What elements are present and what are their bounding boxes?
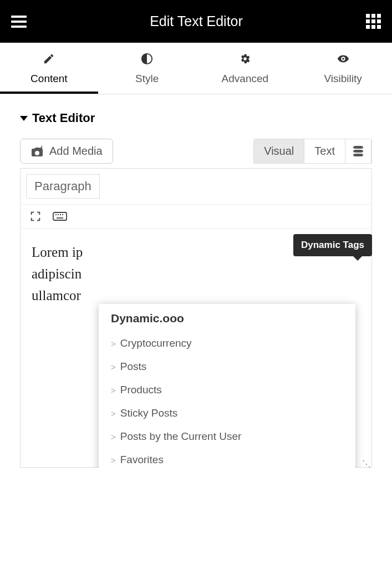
- fullscreen-icon[interactable]: [28, 210, 43, 222]
- add-media-button[interactable]: Add Media: [20, 139, 113, 164]
- add-media-label: Add Media: [49, 145, 103, 158]
- chevron-right-icon: >: [111, 455, 116, 465]
- dropdown-item-label: Sticky Posts: [120, 407, 177, 419]
- eye-icon: [294, 53, 392, 68]
- dropdown-item[interactable]: >Posts: [99, 355, 355, 378]
- tab-visual[interactable]: Visual: [254, 139, 304, 163]
- section-title: Text Editor: [32, 111, 95, 125]
- tab-visibility[interactable]: Visibility: [294, 43, 392, 94]
- chevron-right-icon: >: [111, 432, 116, 442]
- page-title: Edit Text Editor: [150, 13, 243, 29]
- section-header[interactable]: Text Editor: [20, 111, 372, 125]
- dropdown-item-label: Favorites: [120, 454, 164, 466]
- editor-mode-tabs: Visual Text: [253, 139, 372, 164]
- dropdown-item[interactable]: >Sticky Posts: [99, 402, 355, 425]
- dropdown-item-label: Posts: [120, 361, 147, 373]
- dropdown-item[interactable]: >Favorites: [99, 448, 355, 468]
- dynamic-tags-button[interactable]: [345, 139, 371, 163]
- tab-label: Content: [30, 73, 68, 84]
- keyboard-icon[interactable]: [53, 210, 67, 222]
- tab-advanced[interactable]: Advanced: [196, 43, 294, 94]
- tab-label: Style: [135, 73, 159, 84]
- chevron-right-icon: >: [111, 362, 116, 372]
- chevron-right-icon: >: [111, 339, 116, 348]
- apps-icon[interactable]: [366, 14, 381, 29]
- editor-icon-row: [21, 205, 371, 229]
- dropdown-item[interactable]: >Cryptocurrency: [99, 332, 355, 355]
- caret-down-icon: [20, 116, 28, 121]
- contrast-icon: [98, 53, 196, 68]
- database-icon: [353, 146, 363, 156]
- dropdown-item-label: Products: [120, 384, 162, 396]
- tab-label: Visibility: [324, 73, 362, 84]
- gear-icon: [196, 53, 294, 68]
- dropdown-item[interactable]: >Products: [99, 378, 355, 402]
- main-tabs: Content Style Advanced Visibility: [0, 43, 392, 94]
- menu-icon[interactable]: [11, 16, 27, 28]
- dropdown-item-label: Cryptocurrency: [120, 337, 192, 349]
- paragraph-select[interactable]: Paragraph: [26, 174, 100, 199]
- camera-music-icon: [30, 146, 44, 157]
- dropdown-item[interactable]: >Posts by the Current User: [99, 425, 355, 448]
- tab-content[interactable]: Content: [0, 43, 98, 94]
- dropdown-item-label: Posts by the Current User: [120, 430, 242, 443]
- dynamic-tags-dropdown: Dynamic.ooo >Cryptocurrency>Posts>Produc…: [99, 304, 355, 468]
- resize-handle[interactable]: [363, 458, 370, 466]
- tab-style[interactable]: Style: [98, 43, 196, 94]
- editor-format-bar: Paragraph: [21, 169, 371, 205]
- chevron-right-icon: >: [111, 409, 116, 418]
- chevron-right-icon: >: [111, 386, 116, 395]
- dynamic-tags-tooltip: Dynamic Tags: [293, 234, 372, 256]
- top-bar: Edit Text Editor: [0, 0, 392, 43]
- content-panel: Text Editor Add Media Visual Text Paragr…: [0, 94, 392, 468]
- pencil-icon: [0, 53, 98, 68]
- tab-label: Advanced: [222, 73, 269, 84]
- tab-text[interactable]: Text: [304, 139, 345, 163]
- dropdown-group-label: Dynamic.ooo: [99, 304, 355, 332]
- svg-rect-2: [42, 146, 43, 149]
- editor-toolbar-row: Add Media Visual Text: [20, 139, 372, 164]
- svg-rect-3: [53, 212, 67, 220]
- editor-text: Lorem ip adipiscin ullamcor: [32, 245, 83, 303]
